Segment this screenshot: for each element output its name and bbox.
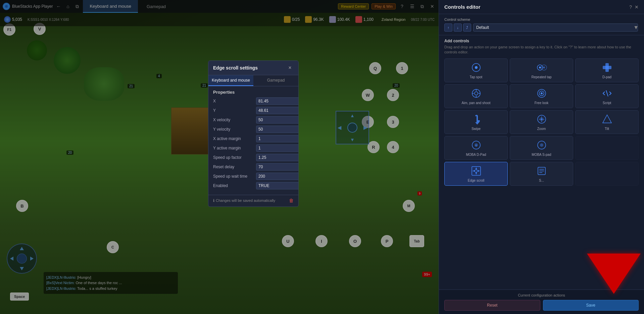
aim-pan-label: Aim, pan and shoot (461, 101, 490, 105)
footer-text: Changes will be saved automatically (216, 198, 275, 203)
svg-marker-35 (475, 172, 477, 174)
scheme-select[interactable]: Default (473, 24, 638, 32)
prop-row-x: X (213, 97, 294, 105)
prop-row-y: Y (213, 107, 294, 114)
control-zoom[interactable]: Zoom (510, 110, 573, 134)
editor-header: Controls editor ? ✕ (439, 0, 644, 14)
dialog-tabs: Keyboard and mouse Gamepad (208, 75, 298, 86)
swipe-label: Swipe (472, 127, 481, 131)
control-repeated-tap[interactable]: Repeated tap (510, 58, 573, 82)
control-empty1 (575, 136, 639, 160)
prop-input-y[interactable] (256, 107, 299, 114)
control-swipe[interactable]: Swipe (444, 110, 508, 134)
prop-input-enabled[interactable] (256, 182, 299, 189)
reset-button[interactable]: Reset (444, 300, 540, 311)
prop-row-yvel: Y velocity (213, 126, 294, 133)
prop-input-x[interactable] (256, 97, 299, 105)
script-icon (601, 87, 613, 99)
prop-label-speedwait: Speed up wait time (213, 174, 253, 179)
tap-spot-label: Tap spot (470, 75, 483, 79)
help-icon[interactable]: ? (629, 4, 632, 10)
dialog-tab-keyboard[interactable]: Keyboard and mouse (208, 75, 253, 86)
close-editor-icon[interactable]: ✕ (635, 4, 639, 10)
prop-row-speedfactor: Speed up factor (213, 154, 294, 161)
prop-row-speedwait: Speed up wait time (213, 173, 294, 180)
svg-marker-37 (478, 170, 480, 172)
scheme-row: ↑ ↓ ⤴ Default ▼ (444, 24, 639, 32)
control-moba-dpad[interactable]: 6 MOBA D-Pad (444, 136, 508, 160)
prop-label-xvel: X velocity (213, 118, 253, 122)
add-controls-title: Add controls (444, 39, 639, 43)
control-tap-spot[interactable]: Tap spot (444, 58, 508, 82)
prop-row-xmargin: X active margin (213, 135, 294, 142)
controls-grid-row5: Edge scroll S... (444, 162, 639, 186)
svg-marker-34 (475, 168, 477, 170)
scheme-upload-button[interactable]: ↑ (444, 24, 452, 32)
editor-header-icons: ? ✕ (629, 4, 639, 10)
tilt-icon (601, 113, 613, 125)
control-moba-spad[interactable]: MOBA S-pad (510, 136, 573, 160)
scheme-label: Control scheme (444, 17, 639, 21)
s-icon (536, 165, 548, 177)
prop-row-ymargin: Y active margin (213, 144, 294, 152)
dialog-footer: ℹ Changes will be saved automatically 🗑 (208, 195, 298, 207)
config-buttons: Reset Save (444, 300, 639, 311)
edge-scroll-dialog: Edge scroll settings × Keyboard and mous… (208, 60, 299, 207)
free-look-label: Free look (535, 101, 549, 105)
properties-label: Properties (213, 90, 294, 95)
add-controls-section: Add controls Drag and drop an action on … (439, 35, 644, 188)
free-look-icon (536, 87, 548, 99)
dialog-tab-gamepad[interactable]: Gamepad (253, 75, 298, 86)
empty2-icon (601, 165, 613, 177)
control-edge-scroll[interactable]: Edge scroll (444, 162, 508, 186)
prop-input-xvel[interactable] (256, 116, 299, 124)
edge-scroll-label: Edge scroll (468, 179, 484, 183)
dialog-close-button[interactable]: × (286, 64, 294, 72)
swipe-icon (470, 113, 482, 125)
control-free-look[interactable]: Free look (510, 84, 573, 108)
moba-spad-label: MOBA S-pad (532, 153, 551, 157)
moba-dpad-icon: 6 (470, 139, 482, 151)
svg-point-7 (543, 66, 545, 69)
edge-scroll-icon (470, 165, 482, 177)
prop-input-xmargin[interactable] (256, 135, 299, 142)
prop-label-resetdelay: Reset delay (213, 165, 253, 169)
dpad-label: D-pad (602, 75, 611, 79)
prop-input-speedwait[interactable] (256, 173, 299, 180)
moba-dpad-label: MOBA D-Pad (466, 153, 486, 157)
svg-marker-25 (603, 115, 611, 123)
prop-label-speedfactor: Speed up factor (213, 155, 253, 160)
controls-grid-row4: 6 MOBA D-Pad MOBA S-pad (444, 136, 639, 160)
prop-label-yvel: Y velocity (213, 127, 253, 132)
controls-grid-row3: Swipe Zoom (444, 110, 639, 134)
s-label: S... (539, 179, 544, 183)
prop-input-speedfactor[interactable] (256, 154, 299, 161)
delete-button[interactable]: 🗑 (289, 198, 294, 203)
control-aim-pan[interactable]: Aim, pan and shoot (444, 84, 508, 108)
dialog-title-bar: Edge scroll settings × (208, 61, 298, 75)
control-s[interactable]: S... (510, 162, 573, 186)
control-dpad[interactable]: D-pad (575, 58, 639, 82)
footer-info: ℹ Changes will be saved automatically (213, 198, 275, 203)
svg-point-5 (539, 66, 541, 69)
game-area: BlueStacks App Player ← ⌂ ⧉ Keyboard and… (0, 0, 439, 314)
scheme-download-button[interactable]: ↓ (454, 24, 462, 32)
save-button[interactable]: Save (543, 300, 639, 311)
zoom-icon (536, 113, 548, 125)
controls-grid-row1: Tap spot Repeated tap (444, 58, 639, 82)
svg-line-19 (606, 90, 608, 96)
zoom-label: Zoom (537, 127, 546, 131)
svg-marker-36 (473, 170, 475, 172)
prop-row-resetdelay: Reset delay (213, 163, 294, 171)
prop-input-ymargin[interactable] (256, 144, 299, 152)
svg-point-30 (540, 143, 543, 147)
control-empty2 (575, 162, 639, 186)
control-tilt[interactable]: Tilt (575, 110, 639, 134)
control-script[interactable]: Script (575, 84, 639, 108)
scheme-share-button[interactable]: ⤴ (463, 24, 471, 32)
controls-grid-row2: Aim, pan and shoot Free look (444, 84, 639, 108)
prop-input-yvel[interactable] (256, 126, 299, 133)
prop-input-resetdelay[interactable] (256, 163, 299, 171)
red-arrow-indicator (587, 254, 641, 294)
svg-text:6: 6 (475, 144, 477, 147)
